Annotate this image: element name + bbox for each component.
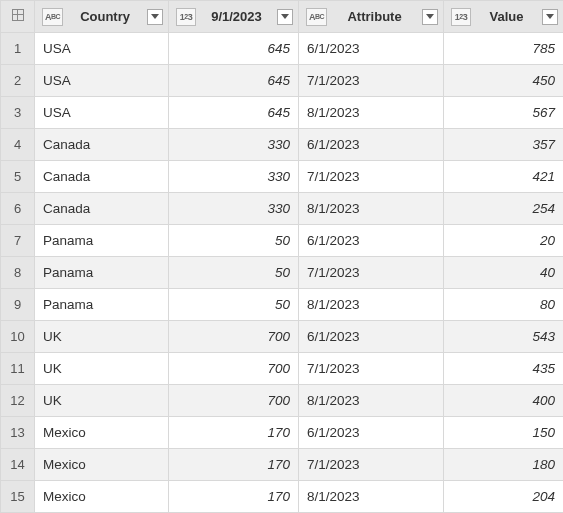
table-row[interactable]: 15Mexico1708/1/2023204 (1, 481, 564, 513)
cell-value[interactable]: 204 (444, 481, 564, 513)
row-index[interactable]: 1 (1, 33, 35, 65)
cell-country[interactable]: USA (35, 97, 169, 129)
cell-9-1-2023[interactable]: 700 (169, 385, 299, 417)
cell-9-1-2023[interactable]: 330 (169, 161, 299, 193)
cell-attribute[interactable]: 8/1/2023 (299, 193, 444, 225)
column-header-attribute[interactable]: ABC Attribute (299, 1, 444, 33)
cell-value[interactable]: 785 (444, 33, 564, 65)
row-index[interactable]: 6 (1, 193, 35, 225)
cell-value[interactable]: 80 (444, 289, 564, 321)
column-header-value[interactable]: 123 Value (444, 1, 564, 33)
row-index[interactable]: 3 (1, 97, 35, 129)
table-row[interactable]: 13Mexico1706/1/2023150 (1, 417, 564, 449)
row-index[interactable]: 12 (1, 385, 35, 417)
row-index[interactable]: 15 (1, 481, 35, 513)
cell-country[interactable]: Mexico (35, 481, 169, 513)
cell-value[interactable]: 180 (444, 449, 564, 481)
cell-attribute[interactable]: 7/1/2023 (299, 65, 444, 97)
table-row[interactable]: 9Panama508/1/202380 (1, 289, 564, 321)
cell-value[interactable]: 543 (444, 321, 564, 353)
table-row[interactable]: 3USA6458/1/2023567 (1, 97, 564, 129)
cell-9-1-2023[interactable]: 700 (169, 353, 299, 385)
cell-value[interactable]: 435 (444, 353, 564, 385)
cell-value[interactable]: 450 (444, 65, 564, 97)
cell-country[interactable]: USA (35, 65, 169, 97)
row-index[interactable]: 7 (1, 225, 35, 257)
cell-value[interactable]: 421 (444, 161, 564, 193)
cell-9-1-2023[interactable]: 700 (169, 321, 299, 353)
cell-attribute[interactable]: 7/1/2023 (299, 353, 444, 385)
row-index[interactable]: 8 (1, 257, 35, 289)
filter-button-attribute[interactable] (422, 9, 438, 25)
cell-value[interactable]: 150 (444, 417, 564, 449)
cell-country[interactable]: Mexico (35, 417, 169, 449)
cell-country[interactable]: USA (35, 33, 169, 65)
cell-attribute[interactable]: 8/1/2023 (299, 385, 444, 417)
cell-attribute[interactable]: 7/1/2023 (299, 161, 444, 193)
table-row[interactable]: 4Canada3306/1/2023357 (1, 129, 564, 161)
cell-country[interactable]: UK (35, 385, 169, 417)
row-index[interactable]: 10 (1, 321, 35, 353)
cell-9-1-2023[interactable]: 170 (169, 449, 299, 481)
cell-country[interactable]: Panama (35, 257, 169, 289)
table-row[interactable]: 7Panama506/1/202320 (1, 225, 564, 257)
row-index[interactable]: 2 (1, 65, 35, 97)
filter-button-value[interactable] (542, 9, 558, 25)
cell-9-1-2023[interactable]: 645 (169, 97, 299, 129)
cell-value[interactable]: 567 (444, 97, 564, 129)
chevron-down-icon (426, 14, 434, 19)
cell-attribute[interactable]: 6/1/2023 (299, 33, 444, 65)
cell-9-1-2023[interactable]: 645 (169, 65, 299, 97)
row-index[interactable]: 14 (1, 449, 35, 481)
cell-country[interactable]: UK (35, 353, 169, 385)
cell-country[interactable]: Canada (35, 129, 169, 161)
cell-9-1-2023[interactable]: 645 (169, 33, 299, 65)
table-row[interactable]: 12UK7008/1/2023400 (1, 385, 564, 417)
filter-button-country[interactable] (147, 9, 163, 25)
table-row[interactable]: 8Panama507/1/202340 (1, 257, 564, 289)
row-index[interactable]: 13 (1, 417, 35, 449)
cell-country[interactable]: Mexico (35, 449, 169, 481)
cell-attribute[interactable]: 8/1/2023 (299, 481, 444, 513)
cell-9-1-2023[interactable]: 170 (169, 481, 299, 513)
cell-value[interactable]: 400 (444, 385, 564, 417)
row-index[interactable]: 9 (1, 289, 35, 321)
select-all-corner[interactable] (1, 1, 35, 33)
cell-country[interactable]: Panama (35, 289, 169, 321)
table-row[interactable]: 10UK7006/1/2023543 (1, 321, 564, 353)
cell-attribute[interactable]: 8/1/2023 (299, 289, 444, 321)
cell-country[interactable]: Panama (35, 225, 169, 257)
cell-attribute[interactable]: 6/1/2023 (299, 129, 444, 161)
table-row[interactable]: 6Canada3308/1/2023254 (1, 193, 564, 225)
cell-country[interactable]: Canada (35, 161, 169, 193)
cell-9-1-2023[interactable]: 50 (169, 289, 299, 321)
cell-value[interactable]: 357 (444, 129, 564, 161)
column-header-country[interactable]: ABC Country (35, 1, 169, 33)
cell-9-1-2023[interactable]: 330 (169, 129, 299, 161)
cell-value[interactable]: 20 (444, 225, 564, 257)
row-index[interactable]: 11 (1, 353, 35, 385)
cell-country[interactable]: Canada (35, 193, 169, 225)
table-row[interactable]: 11UK7007/1/2023435 (1, 353, 564, 385)
cell-attribute[interactable]: 6/1/2023 (299, 321, 444, 353)
cell-country[interactable]: UK (35, 321, 169, 353)
row-index[interactable]: 5 (1, 161, 35, 193)
cell-9-1-2023[interactable]: 50 (169, 257, 299, 289)
column-header-9-1-2023[interactable]: 123 9/1/2023 (169, 1, 299, 33)
table-row[interactable]: 5Canada3307/1/2023421 (1, 161, 564, 193)
cell-9-1-2023[interactable]: 50 (169, 225, 299, 257)
cell-9-1-2023[interactable]: 170 (169, 417, 299, 449)
cell-attribute[interactable]: 8/1/2023 (299, 97, 444, 129)
cell-attribute[interactable]: 7/1/2023 (299, 257, 444, 289)
cell-attribute[interactable]: 6/1/2023 (299, 417, 444, 449)
table-row[interactable]: 1USA6456/1/2023785 (1, 33, 564, 65)
row-index[interactable]: 4 (1, 129, 35, 161)
cell-attribute[interactable]: 6/1/2023 (299, 225, 444, 257)
cell-attribute[interactable]: 7/1/2023 (299, 449, 444, 481)
filter-button-9-1-2023[interactable] (277, 9, 293, 25)
cell-value[interactable]: 40 (444, 257, 564, 289)
cell-9-1-2023[interactable]: 330 (169, 193, 299, 225)
cell-value[interactable]: 254 (444, 193, 564, 225)
table-row[interactable]: 14Mexico1707/1/2023180 (1, 449, 564, 481)
table-row[interactable]: 2USA6457/1/2023450 (1, 65, 564, 97)
